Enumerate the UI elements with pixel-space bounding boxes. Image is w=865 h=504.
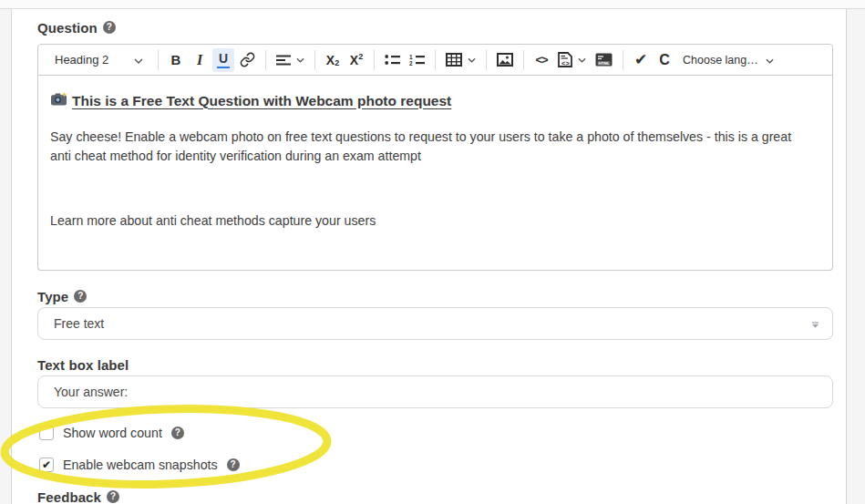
spellcheck-button[interactable]: ✔ <box>630 48 652 72</box>
enable-webcam-help-icon[interactable]: ? <box>227 458 240 471</box>
code-snippet-button[interactable]: <> <box>554 48 590 72</box>
numbered-list-button[interactable]: 1 2 <box>406 48 428 72</box>
rich-text-toolbar: Heading 2 B I U <box>37 44 833 76</box>
toolbar-separator <box>435 50 436 70</box>
enable-webcam-row: Enable webcam snapshots ? <box>37 457 831 472</box>
question-editor-panel: Question ? Heading 2 B I U <box>11 9 847 504</box>
select-caret-icon <box>811 316 819 331</box>
question-paragraph: Say cheese! Enable a webcam photo on fre… <box>50 128 805 166</box>
paragraph-format-select[interactable]: Heading 2 <box>44 47 151 73</box>
toolbar-separator <box>523 50 524 70</box>
italic-button[interactable]: I <box>189 48 211 72</box>
question-help-icon[interactable]: ? <box>103 21 116 34</box>
numbered-list-icon: 1 2 <box>409 54 425 66</box>
toolbar-separator <box>374 50 375 70</box>
insert-link-button[interactable] <box>236 48 259 72</box>
page-top-strip <box>0 0 865 9</box>
feedback-help-icon[interactable]: ? <box>107 490 119 503</box>
show-word-count-row: Show word count ? <box>37 425 831 440</box>
html-badge-icon: HTML <box>595 53 613 67</box>
show-word-count-label: Show word count <box>63 426 162 440</box>
question-richtext-area[interactable]: This is a Free Text Question with Webcam… <box>37 76 833 271</box>
enable-webcam-checkbox[interactable] <box>39 458 54 472</box>
textbox-label-input[interactable] <box>37 375 833 408</box>
question-label: Question <box>37 20 98 36</box>
feedback-label: Feedback <box>37 489 101 504</box>
question-note: Learn more about anti cheat methods capt… <box>50 211 805 231</box>
type-help-icon[interactable]: ? <box>74 290 87 303</box>
insert-table-button[interactable] <box>442 48 479 72</box>
superscript-button[interactable]: X2 <box>345 48 367 72</box>
chevron-down-icon <box>296 57 304 63</box>
show-word-count-checkbox[interactable] <box>39 426 54 440</box>
show-word-count-help-icon[interactable]: ? <box>171 427 184 439</box>
toolbar-separator <box>486 50 487 70</box>
embed-html-button[interactable]: HTML <box>592 48 616 72</box>
textbox-label: Text box label <box>37 357 129 373</box>
type-select-value: Free text <box>54 316 104 331</box>
svg-text:<>: <> <box>561 59 570 67</box>
link-icon <box>240 52 255 67</box>
svg-text:2: 2 <box>409 60 413 67</box>
camera-flash-emoji <box>50 92 67 109</box>
svg-text:HTML: HTML <box>599 61 611 66</box>
toolbar-separator <box>314 50 315 70</box>
align-button[interactable] <box>273 48 308 72</box>
enable-webcam-label: Enable webcam snapshots <box>63 458 218 472</box>
image-icon <box>497 53 513 67</box>
insert-image-button[interactable] <box>493 48 517 72</box>
table-icon <box>446 53 462 67</box>
chevron-down-icon <box>766 54 774 67</box>
toolbar-separator <box>265 50 266 70</box>
code-view-button[interactable]: <> <box>530 48 552 72</box>
toolbar-separator <box>623 50 623 70</box>
bullet-list-icon <box>385 54 400 66</box>
chevron-down-icon <box>578 57 586 63</box>
align-left-icon <box>276 55 291 66</box>
code-file-icon: <> <box>558 52 572 67</box>
chevron-down-icon <box>134 53 143 67</box>
bold-button[interactable]: B <box>165 48 187 72</box>
underline-button[interactable]: U <box>212 48 234 72</box>
type-select[interactable]: Free text <box>37 307 833 340</box>
question-heading: This is a Free Text Question with Webcam… <box>50 92 805 109</box>
subscript-button[interactable]: X2 <box>322 48 344 72</box>
type-label: Type <box>37 289 68 304</box>
clear-formatting-button[interactable]: C <box>654 48 675 72</box>
bullet-list-button[interactable] <box>381 48 404 72</box>
toolbar-separator <box>158 50 159 70</box>
chevron-down-icon <box>468 57 476 63</box>
choose-language-select[interactable]: Choose lang… <box>677 48 779 72</box>
